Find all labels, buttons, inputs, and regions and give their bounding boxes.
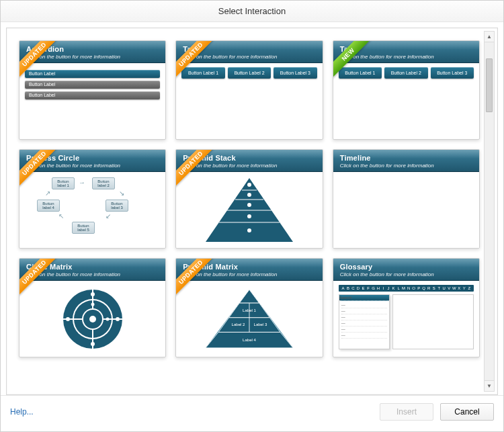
card-body: Button Label 1 Button Label 2 Button Lab… bbox=[176, 63, 322, 138]
tab-button: Button Label 3 bbox=[274, 67, 317, 79]
arrow-icon: ↗ bbox=[45, 189, 50, 197]
card-pyramid-stack[interactable]: UPDATED Pyramid Stack Click on the butto… bbox=[175, 149, 323, 249]
svg-point-9 bbox=[247, 228, 251, 232]
glossary-letter: W bbox=[452, 286, 457, 290]
card-title: Timeline bbox=[340, 154, 472, 162]
glossary-letter: L bbox=[396, 286, 401, 290]
card-header: Glossary Click on the button for more in… bbox=[333, 259, 479, 281]
scroll-up-button[interactable]: ▲ bbox=[485, 32, 494, 42]
card-subtitle: Click on the button for more information bbox=[340, 271, 472, 277]
help-link[interactable]: Help... bbox=[10, 407, 34, 417]
svg-text:Label 3: Label 3 bbox=[254, 322, 267, 326]
card-subtitle: Click on the button for more information bbox=[183, 163, 315, 169]
card-body bbox=[176, 172, 322, 247]
card-subtitle: Click on the button for more information bbox=[26, 163, 159, 169]
dialog-footer: Help... Insert Cancel bbox=[1, 395, 503, 427]
card-body: Button Label Button Label Button Label bbox=[19, 63, 165, 138]
svg-point-5 bbox=[247, 183, 251, 187]
card-subtitle: Click on the button for more information bbox=[183, 271, 315, 277]
glossary-letter: G bbox=[371, 286, 376, 290]
glossary-letter: X bbox=[457, 286, 462, 290]
glossary-letter: P bbox=[416, 286, 421, 290]
card-tabs[interactable]: UPDATED Tabs Click on the button for mor… bbox=[175, 40, 323, 140]
card-pyramid-matrix[interactable]: UPDATED Pyramid Matrix Click on the butt… bbox=[175, 258, 323, 357]
card-subtitle: Click on the button for more information bbox=[340, 54, 472, 60]
svg-point-7 bbox=[247, 203, 251, 207]
glossary-letter: B bbox=[345, 286, 351, 290]
accordion-bar: Button Label bbox=[25, 91, 160, 99]
card-glossary[interactable]: Glossary Click on the button for more in… bbox=[333, 258, 480, 357]
insert-button: Insert bbox=[380, 403, 433, 421]
svg-point-20 bbox=[91, 292, 95, 296]
svg-point-15 bbox=[89, 316, 96, 322]
glossary-letter: Z bbox=[467, 286, 472, 290]
pyramid-matrix-icon: Label 1 Label 2 Label 3 Label 4 bbox=[206, 287, 293, 351]
glossary-letter: H bbox=[376, 286, 381, 290]
svg-marker-27 bbox=[239, 290, 259, 303]
card-header: Timeline Click on the button for more in… bbox=[333, 150, 479, 172]
pyramid-icon bbox=[206, 178, 293, 242]
glossary-letter: Q bbox=[421, 286, 427, 290]
tab-button: Button Label 2 bbox=[228, 67, 271, 79]
svg-text:Label 1: Label 1 bbox=[243, 308, 256, 312]
card-subtitle: Click on the button for more information bbox=[340, 163, 472, 169]
scroll-thumb[interactable] bbox=[486, 58, 493, 112]
vertical-scrollbar[interactable]: ▲ ▼ bbox=[484, 31, 495, 392]
card-timeline[interactable]: Timeline Click on the button for more in… bbox=[333, 149, 480, 249]
glossary-letter: O bbox=[411, 286, 417, 290]
process-node: Button label 1 bbox=[52, 177, 75, 189]
card-body: Label 1 Label 2 Label 3 Label 4 bbox=[176, 281, 322, 356]
glossary-letter: S bbox=[431, 286, 437, 290]
arrow-icon: → bbox=[79, 179, 85, 186]
glossary-letter: I bbox=[381, 286, 386, 290]
cancel-button[interactable]: Cancel bbox=[440, 403, 494, 421]
interaction-grid: UPDATED Accordion Click on the button fo… bbox=[7, 28, 497, 370]
glossary-letter: N bbox=[406, 286, 411, 290]
card-process-circle[interactable]: UPDATED Process Circle Click on the butt… bbox=[19, 149, 166, 249]
card-subtitle: Click on the button for more information bbox=[183, 54, 315, 60]
svg-point-24 bbox=[91, 302, 94, 306]
glossary-letter: F bbox=[366, 286, 371, 290]
glossary-letter: A bbox=[341, 286, 346, 290]
arrow-icon: ↙ bbox=[106, 212, 111, 220]
card-accordion[interactable]: UPDATED Accordion Click on the button fo… bbox=[19, 40, 166, 140]
glossary-letter: R bbox=[426, 286, 431, 290]
svg-text:Label 2: Label 2 bbox=[232, 322, 245, 326]
glossary-letter: U bbox=[442, 286, 447, 290]
svg-point-22 bbox=[91, 342, 95, 346]
svg-point-6 bbox=[247, 193, 251, 197]
process-node: Button label 5 bbox=[72, 222, 95, 234]
tab-button: Button Label 1 bbox=[339, 67, 382, 79]
card-subtitle: Click on the button for more information bbox=[26, 271, 159, 277]
tab-button: Button Label 1 bbox=[181, 67, 224, 79]
card-tabs-new[interactable]: NEW Tabs Click on the button for more in… bbox=[333, 40, 480, 140]
svg-point-25 bbox=[106, 317, 109, 320]
glossary-letter: T bbox=[436, 286, 442, 290]
glossary-letter: D bbox=[355, 286, 361, 290]
glossary-letter: V bbox=[446, 286, 452, 290]
card-body: Button label 1 Button label 2 Button lab… bbox=[19, 172, 165, 247]
svg-point-8 bbox=[247, 214, 251, 218]
card-body: Button Label 1 Button Label 2 Button Lab… bbox=[333, 63, 479, 138]
accordion-bar: Button Label bbox=[25, 70, 160, 78]
dialog-title: Select Interaction bbox=[1, 1, 503, 22]
scroll-down-button[interactable]: ▼ bbox=[485, 380, 494, 391]
card-body: ABCDEFGHIJKLMNOPQRSTUVWXYZ Search —————— bbox=[333, 281, 479, 356]
circle-matrix-icon bbox=[56, 287, 130, 351]
glossary-letter: J bbox=[386, 286, 391, 290]
card-circle-matrix[interactable]: UPDATED Circle Matrix Click on the butto… bbox=[19, 258, 166, 357]
content-area: UPDATED Accordion Click on the button fo… bbox=[1, 22, 503, 395]
card-body bbox=[19, 281, 165, 356]
tab-button: Button Label 3 bbox=[431, 67, 474, 79]
arrow-icon: ↘ bbox=[119, 189, 124, 197]
glossary-letter: M bbox=[401, 286, 407, 290]
glossary-az-row: ABCDEFGHIJKLMNOPQRSTUVWXYZ bbox=[339, 285, 474, 292]
glossary-list-header: Search bbox=[339, 295, 390, 301]
glossary-list: Search —————— bbox=[339, 294, 390, 349]
glossary-letter: Y bbox=[462, 286, 467, 290]
glossary-letter: E bbox=[361, 286, 366, 290]
glossary-definition bbox=[392, 294, 474, 349]
arrow-icon: ↖ bbox=[58, 212, 64, 220]
svg-text:Label 4: Label 4 bbox=[243, 338, 256, 342]
glossary-letter: K bbox=[391, 286, 396, 290]
